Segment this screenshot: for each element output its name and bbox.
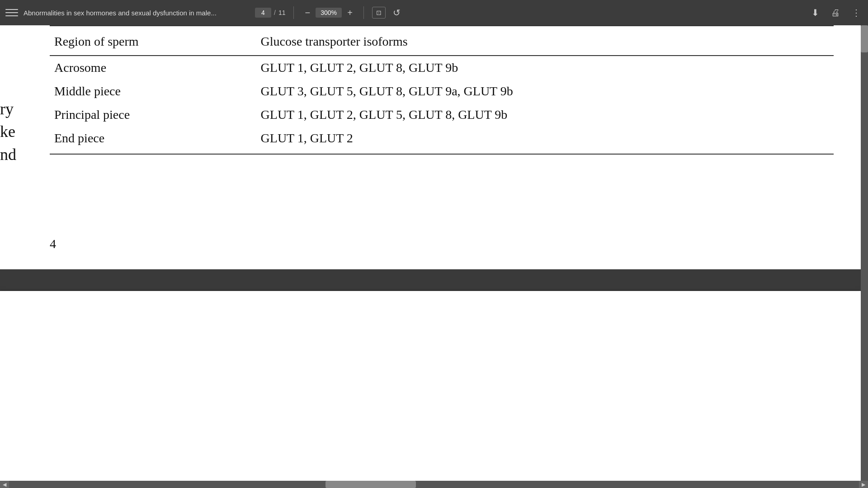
zoom-input[interactable] xyxy=(316,8,342,18)
toolbar: Abnormalities in sex hormones and sexual… xyxy=(0,0,868,25)
col2-header: Glucose transporter isoforms xyxy=(256,26,834,56)
scroll-right-button[interactable]: ▶ xyxy=(859,481,868,488)
table-row: Principal pieceGLUT 1, GLUT 2, GLUT 5, G… xyxy=(50,103,834,127)
zoom-controls: − + xyxy=(302,7,355,18)
document-title: Abnormalities in sex hormones and sexual… xyxy=(24,9,250,17)
region-cell: Acrosome xyxy=(50,56,256,80)
region-cell: End piece xyxy=(50,127,256,154)
download-button[interactable]: ⬇ xyxy=(810,5,821,20)
scroll-left-button[interactable]: ◀ xyxy=(0,481,9,488)
pdf-page-bottom: Acta Histochemica 125 (2023) 151974 xyxy=(0,291,861,488)
isoforms-cell: GLUT 1, GLUT 2 xyxy=(256,127,834,154)
more-options-button[interactable]: ⋮ xyxy=(850,5,863,20)
horizontal-scrollbar-track[interactable] xyxy=(9,481,859,488)
page-total: 11 xyxy=(278,9,286,16)
table-row: End pieceGLUT 1, GLUT 2 xyxy=(50,127,834,154)
page-separator: / xyxy=(274,9,276,16)
page-input[interactable] xyxy=(255,8,271,18)
zoom-in-button[interactable]: + xyxy=(344,7,355,18)
region-cell: Principal piece xyxy=(50,103,256,127)
isoforms-cell: GLUT 1, GLUT 2, GLUT 8, GLUT 9b xyxy=(256,56,834,80)
horizontal-scrollbar[interactable]: ◀ ▶ xyxy=(0,481,868,488)
table-row: AcrosomeGLUT 1, GLUT 2, GLUT 8, GLUT 9b xyxy=(50,56,834,80)
vertical-scrollbar-thumb[interactable] xyxy=(861,25,868,52)
divider-1 xyxy=(293,6,294,19)
cut-line-3: nd xyxy=(0,143,16,166)
menu-icon[interactable] xyxy=(5,6,18,19)
sperm-table: Region of sperm Glucose transporter isof… xyxy=(50,25,834,155)
print-button[interactable]: 🖨 xyxy=(829,6,842,20)
cut-line-1: ry xyxy=(0,98,16,120)
region-cell: Middle piece xyxy=(50,80,256,103)
isoforms-cell: GLUT 3, GLUT 5, GLUT 8, GLUT 9a, GLUT 9b xyxy=(256,80,834,103)
page-number: 4 xyxy=(50,237,56,251)
zoom-out-button[interactable]: − xyxy=(302,7,313,18)
bottom-page-content: Acta Histochemica 125 (2023) 151974 xyxy=(0,291,861,488)
table-row: Middle pieceGLUT 3, GLUT 5, GLUT 8, GLUT… xyxy=(50,80,834,103)
isoforms-cell: GLUT 1, GLUT 2, GLUT 5, GLUT 8, GLUT 9b xyxy=(256,103,834,127)
page-navigation: / 11 xyxy=(255,8,285,18)
col1-header: Region of sperm xyxy=(50,26,256,56)
cut-text-left: ry ke nd xyxy=(0,98,16,166)
pdf-page-top: ry ke nd Region of sperm Glucose transpo… xyxy=(0,25,861,269)
divider-2 xyxy=(363,6,364,19)
horizontal-scrollbar-thumb[interactable] xyxy=(326,481,416,488)
cut-line-2: ke xyxy=(0,120,16,143)
rotate-button[interactable]: ↺ xyxy=(391,5,402,20)
vertical-scrollbar[interactable] xyxy=(861,25,868,488)
page-gap xyxy=(0,269,868,291)
toolbar-right: ⬇ 🖨 ⋮ xyxy=(810,5,863,20)
main-content: ry ke nd Region of sperm Glucose transpo… xyxy=(0,25,868,488)
fit-page-button[interactable]: ⊡ xyxy=(372,7,386,19)
